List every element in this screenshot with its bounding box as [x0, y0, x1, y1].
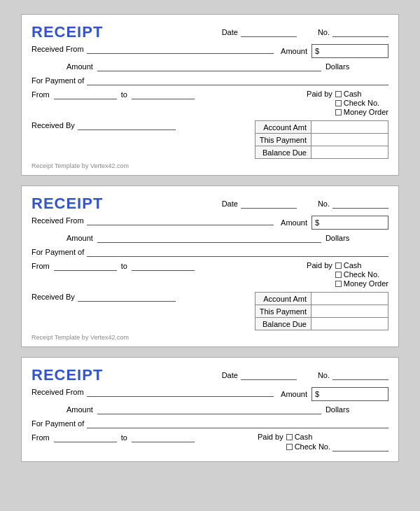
no-label-2: No. [318, 200, 330, 208]
balance-due-label-1: Balance Due [255, 146, 311, 159]
this-payment-value-2[interactable] [312, 305, 388, 318]
this-payment-label-2: This Payment [255, 305, 311, 318]
account-amt-label-1: Account Amt [255, 121, 311, 134]
dollar-sign-1: $ [315, 47, 319, 55]
to-label-1: to [121, 90, 127, 99]
received-by-field-2[interactable] [78, 292, 176, 302]
dollars-field-3[interactable] [97, 405, 321, 414]
check-option-1[interactable]: Check No. [335, 99, 388, 107]
money-order-option-1[interactable]: Money Order [335, 108, 388, 116]
amount-sub-label-1: Amount [66, 62, 93, 71]
check-option-3[interactable]: Check No. [286, 442, 388, 451]
check-label-1: Check No. [344, 99, 379, 107]
to-label-2: to [121, 262, 127, 270]
to-field-3[interactable] [132, 433, 195, 442]
cash-checkbox-2[interactable] [335, 262, 342, 269]
dollars-label-2: Dollars [326, 234, 349, 242]
balance-due-label-2: Balance Due [255, 318, 311, 330]
from-label-2: From [31, 262, 50, 270]
cash-label-3: Cash [295, 433, 313, 441]
check-label-2: Check No. [344, 270, 379, 279]
for-payment-field-2[interactable] [87, 247, 388, 257]
check-option-2[interactable]: Check No. [335, 270, 388, 279]
to-label-3: to [121, 433, 127, 442]
dollars-field-1[interactable] [97, 62, 321, 71]
balance-due-value-1[interactable] [312, 146, 388, 159]
check-checkbox-1[interactable] [335, 100, 342, 106]
date-label-1: Date [222, 28, 238, 36]
no-label-1: No. [318, 28, 330, 36]
footer-2: Receipt Template by Vertex42.com [31, 334, 388, 341]
received-from-field-2[interactable] [87, 216, 274, 225]
no-field-1[interactable] [332, 27, 388, 37]
receipt-2: RECEIPT Date No. Received From Amount $ [21, 186, 399, 347]
dollar-sign-3: $ [315, 390, 319, 398]
account-table-1: Account Amt This Payment Balance Due [255, 120, 388, 159]
date-field-2[interactable] [241, 199, 297, 209]
account-amt-value-1[interactable] [312, 121, 388, 134]
date-label-3: Date [222, 371, 238, 379]
no-field-3[interactable] [332, 370, 388, 380]
from-field-3[interactable] [54, 433, 117, 442]
receipt-title-2: RECEIPT [31, 195, 103, 213]
account-amt-label-2: Account Amt [255, 293, 311, 305]
balance-due-value-2[interactable] [312, 318, 388, 330]
no-field-2[interactable] [332, 199, 388, 209]
money-order-option-2[interactable]: Money Order [335, 279, 388, 288]
dollar-sign-2: $ [315, 218, 319, 227]
date-field-3[interactable] [241, 370, 297, 380]
amount-box-2[interactable]: $ [312, 216, 388, 230]
dollars-label-1: Dollars [326, 62, 349, 71]
received-from-field-3[interactable] [87, 387, 274, 397]
from-field-1[interactable] [54, 90, 117, 99]
paid-by-label-1: Paid by [307, 90, 332, 98]
from-label-1: From [31, 90, 50, 99]
receipt-1: RECEIPT Date No. Received From Amount $ [21, 14, 399, 176]
cash-checkbox-1[interactable] [335, 91, 342, 97]
dollars-field-2[interactable] [97, 233, 321, 243]
amount-box-3[interactable]: $ [312, 387, 388, 401]
money-order-label-1: Money Order [344, 108, 388, 116]
received-from-field-1[interactable] [87, 44, 274, 54]
date-field-1[interactable] [241, 27, 297, 37]
cash-checkbox-3[interactable] [286, 434, 293, 440]
cash-option-3[interactable]: Cash [286, 433, 388, 441]
amount-label-3: Amount [281, 390, 307, 398]
check-no-field-3[interactable] [332, 442, 388, 451]
amount-inner-3[interactable] [322, 389, 385, 399]
amount-inner-2[interactable] [322, 218, 385, 227]
no-label-3: No. [318, 371, 330, 379]
receipt-3: RECEIPT Date No. Received From Amount $ [21, 357, 399, 462]
amount-sub-label-3: Amount [66, 405, 93, 414]
cash-option-1[interactable]: Cash [335, 90, 388, 98]
receipt-title-3: RECEIPT [31, 366, 103, 384]
amount-inner-1[interactable] [322, 46, 385, 56]
check-checkbox-3[interactable] [286, 444, 293, 450]
receipt-title-1: RECEIPT [31, 23, 103, 41]
cash-option-2[interactable]: Cash [335, 261, 388, 270]
amount-sub-label-2: Amount [66, 234, 93, 242]
received-from-label-3: Received From [31, 388, 84, 396]
received-by-field-1[interactable] [78, 120, 176, 130]
to-field-2[interactable] [132, 261, 195, 271]
for-payment-field-3[interactable] [87, 419, 388, 428]
this-payment-value-1[interactable] [312, 134, 388, 146]
amount-box-1[interactable]: $ [312, 44, 388, 58]
this-payment-label-1: This Payment [255, 134, 311, 146]
to-field-1[interactable] [132, 90, 195, 99]
money-order-checkbox-1[interactable] [335, 109, 342, 115]
amount-label-1: Amount [281, 47, 307, 55]
account-table-2: Account Amt This Payment Balance Due [255, 292, 388, 330]
paid-by-label-2: Paid by [307, 261, 332, 270]
date-label-2: Date [222, 200, 238, 208]
dollars-label-3: Dollars [326, 405, 349, 414]
check-checkbox-2[interactable] [335, 272, 342, 278]
for-payment-label-3: For Payment of [31, 419, 84, 428]
for-payment-field-1[interactable] [87, 76, 388, 85]
account-amt-value-2[interactable] [312, 293, 388, 305]
for-payment-label-1: For Payment of [31, 76, 84, 85]
money-order-checkbox-2[interactable] [335, 281, 342, 287]
from-field-2[interactable] [54, 261, 117, 271]
received-from-label-2: Received From [31, 216, 84, 225]
from-label-3: From [31, 433, 50, 442]
